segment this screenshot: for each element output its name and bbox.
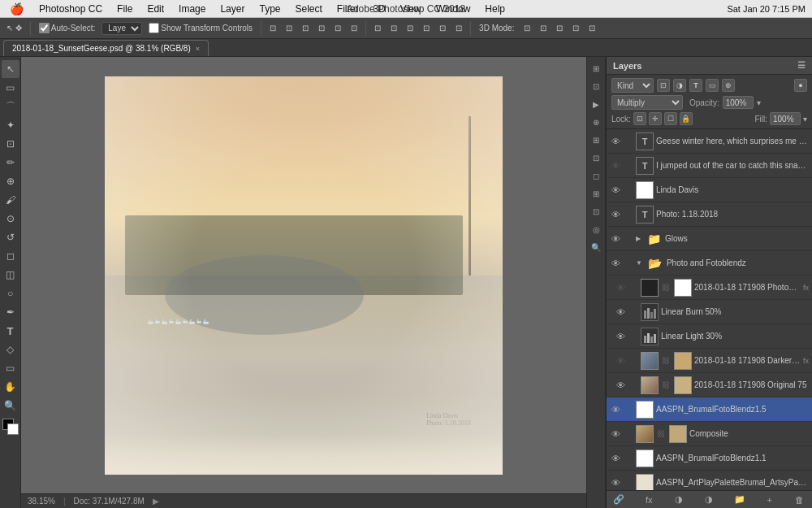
apple-menu[interactable]: 🍎 bbox=[0, 2, 32, 15]
layer-item-5[interactable]: 👁 ▼ 📂 Photo and Fotoblendz bbox=[607, 251, 812, 276]
lock-artboard-btn[interactable]: ☐ bbox=[664, 112, 677, 125]
add-style-btn[interactable]: fx bbox=[641, 493, 656, 507]
layer-vis-8[interactable]: 👁 bbox=[615, 331, 626, 342]
menu-type[interactable]: Type bbox=[253, 0, 287, 18]
menu-help[interactable]: Help bbox=[478, 0, 512, 18]
path-tool[interactable]: ◇ bbox=[2, 341, 19, 358]
distrib-btn-6[interactable]: ⊡ bbox=[452, 20, 465, 37]
3d-btn-4[interactable]: ⊡ bbox=[569, 20, 582, 37]
layer-arrow-4[interactable]: ▶ bbox=[636, 235, 641, 242]
link-layers-btn[interactable]: 🔗 bbox=[611, 493, 626, 507]
align-btn-1[interactable]: ⊡ bbox=[266, 20, 279, 37]
fill-input[interactable] bbox=[770, 112, 801, 125]
opt-btn-5[interactable]: ⊞ bbox=[588, 132, 604, 148]
lock-all-btn[interactable]: 🔒 bbox=[680, 112, 693, 125]
distrib-btn-5[interactable]: ⊡ bbox=[436, 20, 449, 37]
layer-item-8[interactable]: 👁 Linear Light 30% bbox=[607, 324, 812, 349]
3d-btn-5[interactable]: ⊡ bbox=[585, 20, 598, 37]
pen-tool[interactable]: ✒ bbox=[2, 303, 19, 321]
distrib-btn-2[interactable]: ⊡ bbox=[387, 20, 400, 37]
zoom-tool[interactable]: 🔍 bbox=[2, 397, 19, 415]
opt-btn-8[interactable]: ⊞ bbox=[588, 185, 604, 202]
gradient-tool[interactable]: ◫ bbox=[2, 266, 19, 284]
opacity-arrow[interactable]: ▾ bbox=[757, 98, 761, 107]
delete-layer-btn[interactable]: 🗑 bbox=[793, 493, 807, 507]
align-btn-5[interactable]: ⊡ bbox=[331, 20, 344, 37]
layer-item-13[interactable]: 👁 AASPN_BrumalFotoBlendz1.1 bbox=[607, 446, 812, 471]
shape-tool[interactable]: ▭ bbox=[2, 359, 19, 377]
add-adjustment-btn[interactable]: ◑ bbox=[702, 493, 716, 507]
3d-btn-1[interactable]: ⊡ bbox=[520, 20, 533, 37]
layer-item-11[interactable]: 👁 AASPN_BrumalFotoBlendz1.5 bbox=[607, 397, 812, 422]
layers-filter-smart[interactable]: ⊕ bbox=[722, 79, 735, 92]
type-tool[interactable]: T bbox=[2, 322, 19, 340]
layers-filter-shape[interactable]: ▭ bbox=[706, 79, 719, 92]
menu-photoshop[interactable]: Photoshop CC bbox=[32, 0, 109, 18]
layer-item-14[interactable]: 👁 AASPN_ArtPlayPaletteBrumal_ArtsyPaper1… bbox=[607, 471, 812, 490]
dodge-tool[interactable]: ○ bbox=[2, 284, 19, 302]
foreground-background-colors[interactable] bbox=[2, 419, 19, 435]
layers-filter-pixel[interactable]: ⊡ bbox=[657, 79, 670, 92]
layer-item-6[interactable]: 👁 ⛓ 2018-01-18 171908 Photocopy Multiply… bbox=[607, 276, 812, 300]
background-color[interactable] bbox=[7, 423, 19, 435]
opt-btn-9[interactable]: ⊡ bbox=[588, 203, 604, 219]
layer-vis-12[interactable]: 👁 bbox=[610, 428, 621, 440]
layers-blend-select[interactable]: Multiply Normal Dissolve bbox=[611, 95, 683, 110]
eyedropper-tool[interactable]: ✏ bbox=[2, 154, 19, 172]
auto-select-dropdown[interactable]: Layer Group bbox=[102, 22, 142, 35]
layer-vis-5[interactable]: 👁 bbox=[610, 258, 621, 269]
3d-btn-2[interactable]: ⊡ bbox=[537, 20, 550, 37]
layer-item-7[interactable]: 👁 Linear Burn 50% bbox=[607, 300, 812, 324]
new-layer-btn[interactable]: + bbox=[762, 493, 777, 507]
layer-item-2[interactable]: 👁 Linda Davis bbox=[607, 178, 812, 202]
statusbar-arrow[interactable]: ▶ bbox=[153, 497, 159, 506]
document-tab[interactable]: 2018-01-18_SunsetGeese.psd @ 38.1% (RGB/… bbox=[3, 40, 209, 56]
layer-item-4[interactable]: 👁 ▶ 📁 Glows bbox=[607, 227, 812, 251]
new-group-btn[interactable]: 📁 bbox=[732, 493, 747, 507]
clone-tool[interactable]: ⊙ bbox=[2, 210, 19, 228]
crop-tool[interactable]: ⊡ bbox=[2, 135, 19, 153]
menu-image[interactable]: Image bbox=[172, 0, 212, 18]
layer-vis-9[interactable]: 👁 bbox=[615, 355, 626, 367]
opt-btn-4[interactable]: ⊕ bbox=[588, 114, 604, 130]
distrib-btn-4[interactable]: ⊡ bbox=[420, 20, 433, 37]
history-tool[interactable]: ↺ bbox=[2, 228, 19, 246]
layer-item-3[interactable]: 👁 T Photo: 1.18.2018 bbox=[607, 202, 812, 227]
layer-vis-7[interactable]: 👁 bbox=[615, 306, 626, 318]
opt-btn-11[interactable]: 🔍 bbox=[588, 239, 604, 255]
layer-vis-14[interactable]: 👁 bbox=[610, 477, 621, 488]
move-tool[interactable]: ↖ bbox=[2, 60, 19, 78]
align-btn-4[interactable]: ⊡ bbox=[315, 20, 328, 37]
opt-btn-6[interactable]: ⊡ bbox=[588, 150, 604, 166]
lasso-tool[interactable]: ⌒ bbox=[2, 98, 19, 115]
menu-select[interactable]: Select bbox=[288, 0, 328, 18]
opt-btn-10[interactable]: ◎ bbox=[588, 221, 604, 237]
magic-wand-tool[interactable]: ✦ bbox=[2, 116, 19, 134]
show-transform-checkbox[interactable] bbox=[149, 23, 159, 33]
opt-btn-7[interactable]: ◻ bbox=[588, 167, 604, 184]
lock-position-btn[interactable]: ✛ bbox=[649, 112, 662, 125]
brush-tool[interactable]: 🖌 bbox=[2, 191, 19, 209]
move-tool-btn[interactable]: ↖ ✥ bbox=[3, 20, 25, 37]
layer-vis-13[interactable]: 👁 bbox=[610, 453, 621, 464]
distrib-btn-3[interactable]: ⊡ bbox=[404, 20, 417, 37]
layer-vis-0[interactable]: 👁 bbox=[610, 136, 621, 147]
layers-filter-toggle[interactable]: ● bbox=[794, 79, 807, 92]
distrib-btn-1[interactable]: ⊡ bbox=[371, 20, 384, 37]
layer-item-0[interactable]: 👁 T Geese winter here, which surprises m… bbox=[607, 129, 812, 154]
menu-edit[interactable]: Edit bbox=[140, 0, 171, 18]
layer-arrow-5[interactable]: ▼ bbox=[636, 259, 642, 267]
opt-btn-2[interactable]: ⊡ bbox=[588, 78, 604, 94]
tab-close-button[interactable]: × bbox=[196, 45, 200, 53]
menu-layer[interactable]: Layer bbox=[214, 0, 251, 18]
opacity-input[interactable] bbox=[723, 96, 754, 109]
layer-vis-1[interactable]: 👁 bbox=[610, 160, 621, 172]
layer-vis-3[interactable]: 👁 bbox=[610, 209, 621, 220]
eraser-tool[interactable]: ◻ bbox=[2, 247, 19, 265]
canvas-wrapper[interactable]: 🦢🦢🦢🦢🦢 🦢🦢🦢🦢 Linda DavisPhoto: 1.18.2018 bbox=[21, 57, 586, 493]
layers-kind-select[interactable]: Kind bbox=[611, 78, 654, 93]
layer-item-1[interactable]: 👁 T I jumped out of the car to catch thi… bbox=[607, 154, 812, 178]
layer-vis-4[interactable]: 👁 bbox=[610, 233, 621, 245]
opt-btn-1[interactable]: ⊞ bbox=[588, 60, 604, 76]
opt-btn-3[interactable]: ▶ bbox=[588, 96, 604, 112]
